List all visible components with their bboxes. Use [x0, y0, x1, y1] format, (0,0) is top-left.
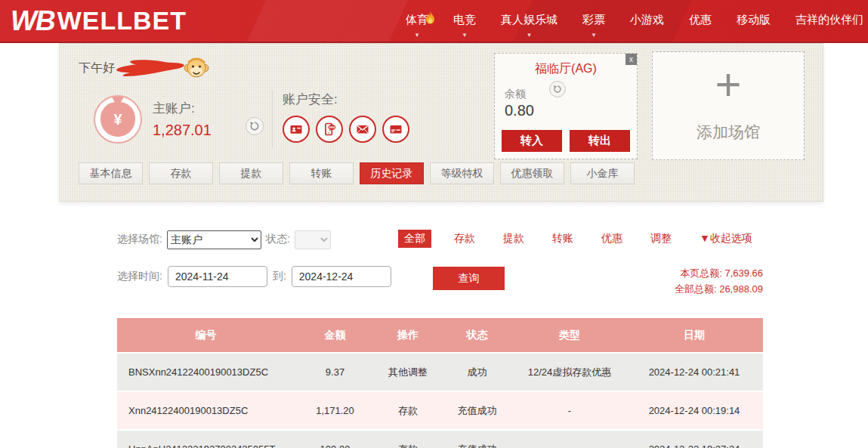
tab-history[interactable]: 历史记录 — [360, 162, 424, 184]
cell-type: - — [514, 443, 626, 448]
add-venue-card[interactable]: + 添加场馆 — [652, 51, 805, 160]
cell-operation: 其他调整 — [375, 366, 440, 379]
main-nav: 体育 ▾ 电竞 ▾ 真人娱乐城 ▾ 彩票 ▾ — [406, 2, 863, 40]
nav-item-promotions[interactable]: 优惠 — [689, 2, 712, 40]
page: WB WELLBET 体育 ▾ 电竞 ▾ 真人娱乐城 ▾ — [0, 0, 868, 448]
nav-label: 吉祥的伙伴们 — [795, 13, 863, 27]
nav-item-partners[interactable]: 吉祥的伙伴们 — [795, 2, 863, 40]
email-icon[interactable] — [349, 116, 376, 143]
nav-label: 移动版 — [737, 13, 771, 27]
cell-amount: 1,171.20 — [295, 405, 375, 416]
status-select-label: 状态: — [266, 233, 290, 246]
search-button[interactable]: 查询 — [433, 267, 505, 290]
nav-label: 优惠 — [689, 13, 712, 27]
add-venue-label: 添加场馆 — [653, 122, 804, 143]
to-label: 到: — [273, 270, 286, 283]
pill-all[interactable]: 全部 — [398, 230, 431, 248]
venue-select[interactable]: 主账户 — [167, 230, 261, 249]
cell-id: BNSXnn24122400190013DZ5C — [117, 366, 295, 378]
transfer-in-button[interactable]: 转入 — [502, 130, 562, 152]
refresh-icon — [553, 85, 562, 94]
time-range-label: 选择时间: — [117, 270, 162, 283]
tab-vip-privileges[interactable]: 等级特权 — [430, 162, 494, 184]
main-account-label: 主账户: — [153, 100, 212, 117]
history-table: 编号 金额 操作 状态 类型 日期 BNSXnn24122400190013DZ… — [117, 318, 763, 448]
venue-refresh-button[interactable] — [549, 81, 566, 97]
cell-status: 充值成功 — [440, 443, 514, 448]
svg-text:SMS: SMS — [329, 126, 335, 129]
table-row: UnnAnU2412221927002425055T 100.00 存款 充值成… — [117, 431, 763, 448]
id-card-icon[interactable] — [283, 116, 310, 143]
tab-withdraw[interactable]: 提款 — [219, 162, 283, 184]
pill-adjustment[interactable]: 调整 — [650, 232, 672, 246]
venue-select-group: 选择场馆: 主账户 状态: — [117, 229, 331, 250]
logo-wb-icon: WB — [11, 5, 54, 37]
pill-deposit[interactable]: 存款 — [454, 232, 475, 246]
balance-labels: 主账户: 1,287.01 — [153, 100, 212, 139]
tab-transfer[interactable]: 转账 — [289, 162, 354, 184]
venue-title: 福临厅(AG) — [495, 61, 637, 77]
cell-date: 2024-12-24 00:19:14 — [626, 405, 763, 416]
account-security-block: 账户安全: SMS — [283, 91, 409, 143]
type-filter-pills: 全部 存款 提款 转账 优惠 调整 ▼收起选项 — [398, 230, 752, 248]
nav-label: 彩票 — [582, 13, 605, 27]
sms-phone-icon[interactable]: SMS — [316, 116, 343, 143]
cell-id: UnnAnU2412221927002425055T — [117, 443, 295, 448]
tab-basic-info[interactable]: 基本信息 — [79, 162, 143, 184]
greeting-text: 下午好 — [79, 60, 115, 76]
date-from-input[interactable] — [168, 266, 267, 287]
nav-item-mobile[interactable]: 移动版 — [737, 2, 771, 40]
nav-item-lottery[interactable]: 彩票 ▾ — [582, 2, 605, 40]
main-balance-block: ¥ 主账户: 1,287.01 — [94, 95, 212, 144]
flame-icon — [425, 11, 436, 26]
collapse-options-link[interactable]: ▼收起选项 — [700, 232, 752, 246]
nav-label: 真人娱乐城 — [501, 13, 558, 27]
account-tabs: 基本信息 存款 提款 转账 历史记录 等级特权 优惠领取 小金库 — [79, 162, 635, 184]
wellbet-logo[interactable]: WB WELLBET — [11, 5, 187, 37]
date-to-input[interactable] — [292, 266, 391, 287]
nav-item-sports[interactable]: 体育 ▾ — [406, 2, 428, 40]
col-header-type: 类型 — [514, 329, 626, 342]
chevron-down-icon: ▾ — [415, 29, 419, 40]
refresh-balance-button[interactable] — [246, 117, 264, 135]
page-total: 本页总额: 7,639.66 — [612, 265, 763, 281]
chevron-down-icon: ▾ — [527, 29, 531, 40]
all-total: 全部总额: 26,988.09 — [612, 281, 763, 297]
chevron-down-icon: ▾ — [463, 29, 467, 40]
redacted-username-scribble — [116, 60, 188, 76]
transfer-out-button[interactable]: 转出 — [570, 130, 630, 152]
cell-date: 2024-12-24 00:21:41 — [626, 366, 763, 378]
cell-operation: 存款 — [375, 404, 440, 418]
security-icons-row: SMS — [283, 116, 409, 143]
security-label: 账户安全: — [283, 91, 409, 108]
cell-id: Xnn24122400190013DZ5C — [117, 405, 295, 416]
money-bag-icon: ¥ — [94, 95, 142, 144]
nav-item-live-casino[interactable]: 真人娱乐城 ▾ — [501, 2, 558, 40]
top-navigation-bar: WB WELLBET 体育 ▾ 电竞 ▾ 真人娱乐城 ▾ — [0, 0, 868, 43]
pill-promo[interactable]: 优惠 — [601, 232, 622, 246]
tab-promo-claim[interactable]: 优惠领取 — [500, 162, 564, 184]
refresh-icon — [249, 121, 260, 131]
nav-item-esports[interactable]: 电竞 ▾ — [453, 2, 476, 40]
cell-type: 12/24虚拟存款优惠 — [514, 366, 626, 379]
col-header-date: 日期 — [626, 329, 763, 342]
close-icon[interactable]: x — [626, 54, 637, 65]
status-select[interactable] — [295, 230, 331, 249]
tab-vault[interactable]: 小金库 — [570, 162, 635, 184]
venue-balance-label: 余额 — [505, 88, 526, 101]
pill-transfer[interactable]: 转账 — [552, 232, 573, 246]
bank-card-icon[interactable] — [382, 116, 409, 143]
table-row: BNSXnn24122400190013DZ5C 9.37 其他调整 成功 12… — [117, 354, 763, 391]
date-range-group: 选择时间: 到: — [117, 265, 391, 288]
col-header-amount: 金额 — [295, 329, 375, 342]
col-header-status: 状态 — [440, 329, 514, 342]
logo-text: WELLBET — [57, 6, 187, 36]
tab-deposit[interactable]: 存款 — [149, 162, 213, 184]
cell-status: 充值成功 — [440, 404, 514, 418]
cell-amount: 100.00 — [295, 443, 375, 448]
venue-balance-value: 0.80 — [505, 102, 534, 119]
pill-withdraw[interactable]: 提款 — [503, 232, 524, 246]
main-account-balance: 1,287.01 — [153, 122, 212, 139]
nav-item-mini-games[interactable]: 小游戏 — [630, 2, 664, 40]
plus-icon: + — [653, 58, 804, 111]
